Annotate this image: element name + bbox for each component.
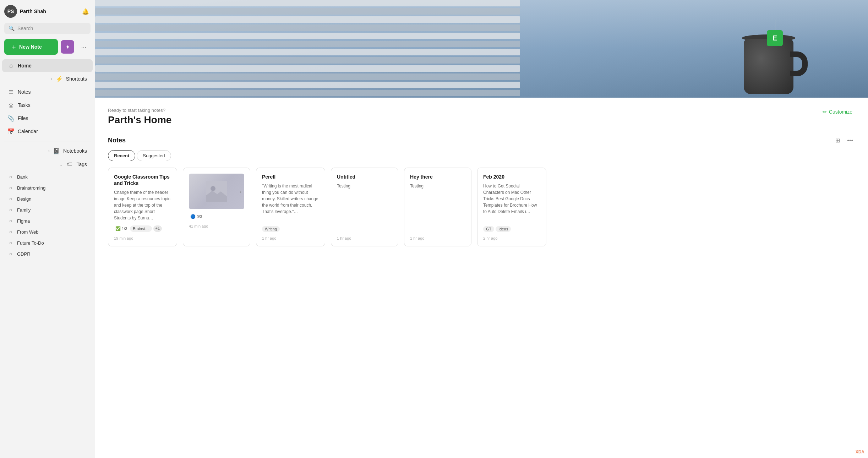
tag-bullet-icon: ○	[8, 251, 13, 257]
note-card-hey-there[interactable]: Hey there Testing 1 hr ago	[404, 168, 471, 246]
note-card-feb-2020[interactable]: Feb 2020 How to Get Special Characters o…	[477, 168, 546, 246]
home-icon: ⌂	[8, 62, 14, 69]
tag-ideas: Ideas	[496, 226, 511, 232]
evernote-logo: E	[773, 34, 777, 42]
tag-bullet-icon: ○	[8, 218, 13, 224]
home-header: Ready to start taking notes? Parth's Hom…	[108, 108, 855, 126]
tag-writing: Writing	[262, 226, 280, 232]
tag-item-figma[interactable]: ○ Figma	[2, 216, 93, 226]
tag-item-brainstroming[interactable]: ○ Brainstroming	[2, 182, 93, 193]
tag-label: From Web	[17, 229, 38, 235]
sidebar-item-label: Calendar	[18, 129, 38, 134]
tag-extra-count: +1	[153, 225, 162, 232]
sidebar-item-files[interactable]: 📎 Files	[2, 112, 93, 125]
tag-item-design[interactable]: ○ Design	[2, 193, 93, 204]
new-note-label: New Note	[19, 44, 42, 50]
notes-section-actions: ⊞ •••	[833, 136, 855, 145]
ai-button[interactable]: ✦	[61, 40, 74, 54]
tag-bullet-icon: ○	[8, 196, 13, 202]
note-body: "Writing is the most radical thing you c…	[262, 183, 319, 222]
tag-label: Figma	[17, 218, 30, 224]
sidebar-item-label: Files	[18, 115, 28, 121]
tag-item-gdpr[interactable]: ○ GDPR	[2, 249, 93, 259]
tab-recent[interactable]: Recent	[108, 150, 135, 161]
ai-icon: ✦	[65, 44, 70, 50]
avatar[interactable]: PS	[4, 5, 17, 18]
tag-bullet-icon: ○	[8, 174, 13, 180]
notes-section-header: Notes ⊞ •••	[108, 136, 855, 145]
pencil-icon: ✏	[823, 109, 827, 115]
sidebar-item-calendar[interactable]: 📅 Calendar	[2, 125, 93, 138]
home-title: Parth's Home	[108, 114, 171, 126]
note-timestamp: 1 hr ago	[262, 236, 319, 240]
task-tag: ✅ 1/3	[114, 225, 129, 232]
task-progress: 0/3	[197, 214, 202, 219]
sidebar-item-label: Tags	[76, 162, 87, 167]
sidebar-item-label: Notes	[18, 89, 31, 95]
grid-view-button[interactable]: ⊞	[833, 136, 842, 145]
divider	[4, 142, 91, 142]
sidebar-item-tags[interactable]: ⌄ 🏷 Tags	[2, 158, 93, 171]
search-icon: 🔍	[9, 26, 15, 31]
arrow-icon: ›	[240, 189, 241, 194]
note-tags: GT Ideas	[483, 226, 540, 232]
content-area: Ready to start taking notes? Parth's Hom…	[95, 98, 868, 458]
more-button[interactable]: ···	[77, 40, 91, 54]
tab-suggested[interactable]: Suggested	[137, 150, 171, 161]
evernote-tea-tag: E	[767, 30, 783, 46]
task-tag: 🔵 0/3	[189, 213, 203, 220]
note-timestamp: 19 min ago	[114, 236, 171, 240]
more-options-button[interactable]: •••	[845, 136, 855, 145]
tag-bullet-icon: ○	[8, 185, 13, 191]
svg-point-1	[211, 186, 215, 191]
customize-button[interactable]: ✏ Customize	[820, 108, 855, 116]
notification-bell-icon[interactable]: 🔔	[81, 6, 91, 16]
note-card-untitled[interactable]: Untitled Testing 1 hr ago	[331, 168, 398, 246]
notes-grid: Google Classroom Tips and Tricks Change …	[108, 168, 855, 249]
sidebar-item-label: Home	[18, 63, 32, 69]
note-card-image[interactable]: › 🔵 0/3 41 min ago	[183, 168, 250, 246]
note-card-perell[interactable]: Perell "Writing is the most radical thin…	[256, 168, 325, 246]
note-tags: 🔵 0/3	[189, 213, 244, 220]
sidebar-item-notebooks[interactable]: › 📓 Notebooks	[2, 145, 93, 157]
note-title: Hey there	[410, 174, 465, 180]
sidebar: PS Parth Shah 🔔 🔍 Search ＋ New Note ✦ ··…	[0, 0, 95, 458]
tag-label: Design	[17, 196, 31, 202]
sidebar-item-notes[interactable]: ☰ Notes	[2, 86, 93, 98]
chevron-right-icon: ›	[48, 148, 50, 153]
check-icon: 🔵	[190, 214, 196, 219]
tags-icon: 🏷	[66, 161, 73, 168]
note-title: Perell	[262, 174, 319, 180]
note-timestamp: 41 min ago	[189, 224, 244, 228]
note-card-google-classroom[interactable]: Google Classroom Tips and Tricks Change …	[108, 168, 177, 246]
tag-list: ○ Bank ○ Brainstroming ○ Design ○ Family…	[0, 171, 95, 260]
note-tags: ✅ 1/3 Brainst… +1	[114, 225, 171, 232]
sidebar-item-label: Shortcuts	[66, 76, 87, 82]
tag-item-future-todo[interactable]: ○ Future To-Do	[2, 238, 93, 248]
tag-item-family[interactable]: ○ Family	[2, 205, 93, 215]
note-title: Feb 2020	[483, 174, 540, 180]
tag-label: Bank	[17, 174, 28, 180]
task-progress: 1/3	[122, 227, 127, 231]
new-note-button[interactable]: ＋ New Note	[4, 39, 58, 55]
mug-body	[744, 39, 793, 94]
calendar-icon: 📅	[8, 128, 14, 135]
ellipsis-icon: ···	[81, 43, 86, 51]
search-bar[interactable]: 🔍 Search	[4, 23, 91, 34]
customize-label: Customize	[829, 109, 852, 115]
tag-item-from-web[interactable]: ○ From Web	[2, 227, 93, 237]
tag-label: Brainstroming	[17, 185, 45, 191]
plus-icon: ＋	[11, 43, 17, 51]
shortcuts-icon: ⚡	[56, 76, 62, 82]
note-title: Untitled	[337, 174, 392, 180]
chevron-right-icon: ›	[51, 76, 53, 81]
sidebar-item-shortcuts[interactable]: › ⚡ Shortcuts	[2, 72, 93, 85]
tasks-icon: ◎	[8, 102, 14, 108]
sidebar-item-tasks[interactable]: ◎ Tasks	[2, 99, 93, 111]
tag-item-bank[interactable]: ○ Bank	[2, 171, 93, 182]
sidebar-item-home[interactable]: ⌂ Home	[2, 59, 93, 72]
note-image: ›	[189, 174, 244, 209]
main-content: E Ready to start taking notes? Parth's H…	[95, 0, 868, 458]
sidebar-header: PS Parth Shah 🔔	[0, 0, 95, 21]
tag-bullet-icon: ○	[8, 229, 13, 235]
